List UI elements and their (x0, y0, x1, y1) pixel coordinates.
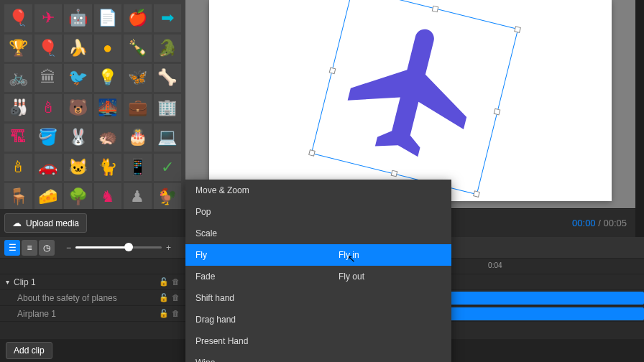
resize-handle[interactable] (494, 108, 501, 116)
ruler-tick: 0:04 (488, 261, 502, 269)
media-tile[interactable]: 💻 (154, 124, 182, 152)
media-tile[interactable]: 🌳 (64, 183, 92, 209)
resize-handle[interactable] (308, 149, 316, 157)
menu-item-shift-hand[interactable]: Shift hand (185, 287, 451, 309)
resize-handle[interactable] (473, 190, 480, 198)
menu-item-pop[interactable]: Pop (185, 201, 451, 223)
upload-media-button[interactable]: ☁ Upload media (4, 213, 87, 233)
current-time: 00:00 (572, 218, 596, 228)
menu-item-present-hand[interactable]: Present Hand (185, 330, 451, 352)
media-tile[interactable]: 🪣 (34, 124, 63, 152)
view-time-button[interactable]: ◷ (39, 240, 55, 256)
add-clip-button[interactable]: Add clip (6, 342, 52, 359)
track-header-clip1[interactable]: ▾ Clip 1 🔓 🗑 (0, 277, 185, 287)
canvas[interactable] (209, 0, 612, 201)
media-tile[interactable]: 🐻 (64, 94, 92, 122)
media-tile[interactable]: ✓ (154, 154, 182, 182)
menu-item-wipe[interactable]: Wipe (185, 352, 451, 362)
zoom-slider[interactable]: − + (66, 243, 171, 253)
media-tile[interactable]: 🕯 (4, 154, 32, 182)
upload-label: Upload media (26, 218, 79, 228)
menu-item-fly[interactable]: Fly (185, 244, 328, 266)
media-grid: 🎈✈🤖📄🍎➡🏆🎈🍌●🍾🐊🚲🏛🐦💡🦋🦴🎳🕯🐻🌉💼🏢🏗🪣🐰🦔🎂💻🕯🚗🐱🐈📱✓🪑🧀🌳♞… (0, 0, 185, 209)
media-tile[interactable]: ♟ (124, 183, 152, 209)
lock-icon[interactable]: 🔓 (159, 293, 169, 302)
cloud-icon: ☁ (12, 218, 22, 228)
media-tile[interactable]: 🌉 (94, 94, 122, 122)
lock-icon[interactable]: 🔓 (159, 309, 169, 318)
resize-handle[interactable] (432, 6, 439, 13)
media-tile[interactable]: 🧀 (34, 183, 63, 209)
media-tile[interactable]: 🍾 (124, 34, 152, 62)
menu-item-scale[interactable]: Scale (185, 223, 451, 244)
media-tile[interactable]: 🏛 (34, 64, 63, 92)
menu-item-move-&-zoom[interactable]: Move & Zoom (185, 180, 451, 201)
media-tile[interactable]: 🤖 (64, 4, 92, 32)
submenu-item-fly-out[interactable]: Fly out (328, 266, 451, 287)
track-header-airplane[interactable]: Airplane 1 🔓 🗑 (0, 309, 185, 319)
media-tile[interactable]: 🎈 (4, 4, 32, 32)
plus-icon: + (166, 243, 171, 253)
menu-item-fade[interactable]: Fade (185, 266, 328, 287)
media-tile[interactable]: 🐰 (64, 124, 92, 152)
media-tile[interactable]: 🐦 (64, 64, 92, 92)
resize-handle[interactable] (514, 26, 521, 33)
media-tile[interactable]: 🏗 (4, 124, 32, 152)
media-tile[interactable]: 🐊 (154, 34, 182, 62)
track-header-text[interactable]: About the safety of planes 🔓 🗑 (0, 293, 185, 303)
media-tile[interactable]: 🍎 (124, 4, 152, 32)
time-display: 00:00 / 00:05 (572, 218, 627, 228)
media-tile[interactable]: 📱 (124, 154, 152, 182)
view-list-button[interactable]: ☰ (4, 240, 20, 256)
media-tile[interactable]: ✈ (34, 4, 63, 32)
total-time: 00:05 (603, 218, 627, 228)
media-tile[interactable]: 🚲 (4, 64, 32, 92)
view-compact-button[interactable]: ≡ (22, 240, 37, 256)
lock-icon[interactable]: 🔓 (159, 277, 169, 287)
media-tile[interactable]: 🦔 (94, 124, 122, 152)
media-tile[interactable]: 🏢 (154, 94, 182, 122)
media-tile[interactable]: 🍌 (64, 34, 92, 62)
chevron-down-icon[interactable]: ▾ (6, 278, 9, 286)
selection-box[interactable] (311, 0, 519, 195)
media-tile[interactable]: 🪑 (4, 183, 32, 209)
menu-item-drag-hand[interactable]: Drag hand (185, 309, 451, 330)
media-tile[interactable]: ➡ (154, 4, 182, 32)
submenu-item-fly-in[interactable]: Fly in↖ (328, 244, 451, 266)
media-tile[interactable]: 🎂 (124, 124, 152, 152)
trash-icon[interactable]: 🗑 (172, 293, 180, 302)
media-tile[interactable]: 🦋 (124, 64, 152, 92)
airplane-icon[interactable] (323, 0, 507, 182)
resize-handle[interactable] (391, 170, 398, 177)
media-tile[interactable]: 🐈 (94, 154, 122, 182)
media-tile[interactable]: ● (94, 34, 122, 62)
media-tile[interactable]: ♞ (94, 183, 122, 209)
media-tile[interactable]: 🎈 (34, 34, 63, 62)
media-tile[interactable]: 🐓 (154, 183, 182, 209)
media-tile[interactable]: 🎳 (4, 94, 32, 122)
media-tile[interactable]: 🕯 (34, 94, 63, 122)
minus-icon: − (66, 243, 71, 253)
media-tile[interactable]: 🐱 (64, 154, 92, 182)
media-tile[interactable]: 🏆 (4, 34, 32, 62)
trash-icon[interactable]: 🗑 (172, 277, 180, 287)
media-tile[interactable]: 💼 (124, 94, 152, 122)
media-tile[interactable]: 💡 (94, 64, 122, 92)
media-tile[interactable]: 📄 (94, 4, 122, 32)
resize-handle[interactable] (329, 68, 336, 75)
media-tile[interactable]: 🚗 (34, 154, 63, 182)
trash-icon[interactable]: 🗑 (172, 309, 180, 318)
animation-menu: Move & ZoomPopScaleFlyFly in↖FadeFly out… (185, 180, 451, 362)
media-tile[interactable]: 🦴 (154, 64, 182, 92)
media-panel: 🎈✈🤖📄🍎➡🏆🎈🍌●🍾🐊🚲🏛🐦💡🦋🦴🎳🕯🐻🌉💼🏢🏗🪣🐰🦔🎂💻🕯🚗🐱🐈📱✓🪑🧀🌳♞… (0, 0, 185, 237)
